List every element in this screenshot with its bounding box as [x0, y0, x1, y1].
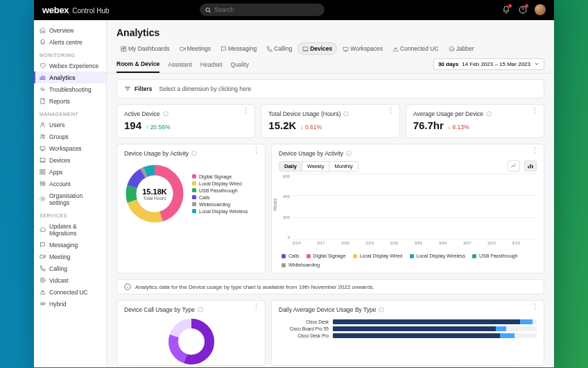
sidebar-item-workspaces[interactable]: Workspaces [34, 142, 106, 154]
card-menu-button[interactable]: ⋯ [532, 107, 536, 115]
period-monthly[interactable]: Monthly [329, 162, 357, 171]
hbar-row: Cisco Desk [280, 319, 537, 324]
svg-rect-27 [303, 47, 308, 51]
subtab-room-device[interactable]: Room & Device [116, 58, 159, 73]
svg-rect-8 [40, 147, 45, 150]
kpi-value: 194 [124, 119, 141, 131]
card-menu-button[interactable]: ⋯ [253, 147, 257, 155]
line-chart-icon [510, 162, 517, 169]
hbar-secondary [500, 333, 514, 338]
sidebar-item-updates-migrations[interactable]: Updates & Migrations [34, 220, 106, 239]
sidebar-item-label: Workspaces [49, 145, 82, 152]
bar-view-button[interactable] [524, 160, 537, 172]
sidebar-item-meeting[interactable]: Meeting [34, 251, 106, 262]
sidebar-item-label: Vidcast [49, 277, 69, 284]
sidebar-item-hybrid[interactable]: Hybrid [34, 298, 106, 310]
sidebar-item-analytics[interactable]: Analytics [34, 72, 106, 83]
legend-swatch [192, 188, 196, 192]
hbar-primary [333, 319, 520, 324]
tab-workspaces[interactable]: Workspaces [338, 43, 387, 54]
search-box[interactable] [200, 3, 325, 16]
sidebar-item-troubleshooting[interactable]: Troubleshooting [34, 83, 106, 95]
sidebar-item-messaging[interactable]: Messaging [34, 239, 106, 251]
help-button[interactable] [518, 5, 528, 15]
hbar-secondary [520, 319, 533, 324]
notifications-button[interactable] [501, 5, 511, 15]
legend-item: Local Display Wireless [410, 253, 465, 258]
sidebar-item-reports[interactable]: Reports [34, 95, 106, 107]
tab-jabber[interactable]: Jabber [444, 43, 478, 54]
tab-my-dashboards[interactable]: My Dashboards [116, 43, 174, 54]
legend-item: Calls [192, 195, 248, 200]
bar-chart: Hours 60040020002/142/172/202/232/263/01… [279, 174, 537, 251]
user-icon [40, 122, 46, 128]
chevron-down-icon [534, 61, 539, 67]
date-range-picker[interactable]: 30 days 14 Feb 2023 – 15 Mar 2023 [433, 58, 544, 70]
sidebar-item-organisation-settings[interactable]: Organisation settings [34, 190, 106, 208]
donut-center-value: 15.18K [142, 187, 166, 196]
avatar[interactable] [535, 4, 546, 15]
sidebar-item-users[interactable]: Users [34, 119, 106, 131]
kpi-change: ↓ 0.61% [300, 124, 322, 131]
filters-card[interactable]: Filters Select a dimension by clicking h… [116, 79, 544, 99]
tab-devices[interactable]: Devices [297, 42, 337, 55]
card-menu-button[interactable]: ⋯ [243, 107, 248, 115]
legend-swatch [472, 254, 476, 258]
line-view-button[interactable] [508, 160, 520, 172]
sidebar-item-devices[interactable]: Devices [34, 154, 106, 166]
search-input[interactable] [214, 6, 319, 13]
sidebar-item-label: Updates & Migrations [49, 223, 101, 237]
sidebar-item-apps[interactable]: Apps [34, 166, 106, 178]
sidebar-item-overview[interactable]: Overview [34, 24, 106, 36]
svg-rect-28 [343, 47, 348, 51]
kpi-change: ↓ 6.13% [448, 124, 469, 131]
legend-swatch [192, 209, 196, 213]
sidebar-item-label: Users [49, 122, 64, 128]
subtab-quality[interactable]: Quality [231, 58, 249, 72]
msg-icon [220, 46, 226, 51]
card-menu-button[interactable]: ⋯ [388, 107, 392, 115]
info-icon [343, 111, 349, 117]
subtab-assistant[interactable]: Assistant [168, 58, 192, 72]
period-daily[interactable]: Daily [279, 162, 302, 171]
period-weekly[interactable]: Weekly [302, 162, 329, 171]
page-title: Analytics [107, 20, 554, 42]
svg-rect-12 [40, 172, 42, 174]
legend-item: Digital Signage [306, 253, 346, 258]
card-menu-button[interactable]: ⋯ [253, 303, 257, 311]
legend-swatch [192, 202, 196, 206]
call-icon [266, 46, 272, 51]
sidebar-item-alerts-centre[interactable]: Alerts centre [34, 36, 106, 48]
sidebar-item-connected-uc[interactable]: Connected UC [34, 286, 106, 298]
tab-calling[interactable]: Calling [262, 43, 296, 54]
hbar-label: Cisco Board Pro 55 [280, 326, 329, 331]
sidebar-item-calling[interactable]: Calling [34, 262, 106, 274]
card-menu-button[interactable]: ⋯ [532, 303, 536, 311]
subtab-headset[interactable]: Headset [200, 58, 223, 72]
sidebar-item-groups[interactable]: Groups [34, 131, 106, 142]
cloud-icon [40, 226, 46, 233]
sidebar-item-webex-experience[interactable]: Webex Experience [34, 60, 106, 72]
tab-meetings[interactable]: Meetings [175, 43, 216, 54]
legend-label: Digital Signage [199, 174, 232, 179]
sidebar-item-label: Calling [49, 265, 67, 272]
tab-messaging[interactable]: Messaging [216, 43, 261, 54]
call-usage-title: Device Call Usage by Type [124, 306, 258, 313]
period-buttons: DailyWeeklyMonthly [279, 161, 358, 172]
bar-chart-icon [527, 162, 534, 169]
help-dot [525, 4, 528, 8]
home-icon [40, 27, 46, 33]
tab-connected-uc[interactable]: Connected UC [388, 43, 443, 54]
legend-item: USB Passthrough [472, 253, 518, 258]
tab-label: Jabber [456, 45, 474, 52]
card-menu-button[interactable]: ⋯ [532, 147, 536, 155]
chart-icon [40, 74, 46, 81]
sidebar-item-label: Messaging [49, 242, 78, 249]
svg-rect-24 [124, 49, 126, 51]
info-icon [379, 307, 384, 312]
info-icon [346, 151, 352, 156]
sidebar-item-vidcast[interactable]: Vidcast [34, 274, 106, 286]
sidebar-group-title: MONITORING [34, 48, 106, 60]
svg-rect-11 [43, 169, 45, 172]
sidebar-item-account[interactable]: Account [34, 178, 106, 190]
